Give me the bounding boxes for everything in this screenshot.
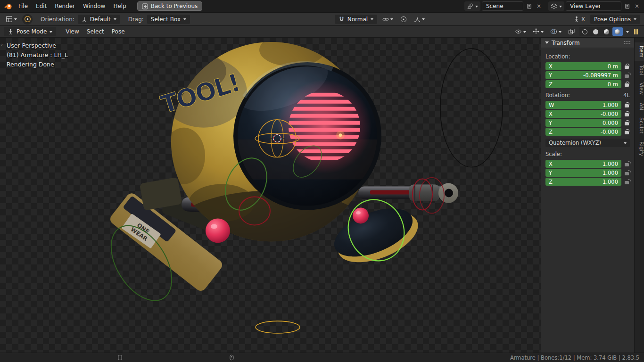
menu-window[interactable]: Window (79, 2, 109, 10)
shading-wireframe-button[interactable] (580, 27, 590, 36)
axis-value: -0.000 (601, 129, 618, 135)
rotation-y-field[interactable]: Y 0.000 (545, 119, 621, 127)
remove-view-layer-button[interactable]: × (633, 1, 641, 11)
solid-sphere-icon (593, 29, 598, 34)
scale-z-field[interactable]: Z 1.000 (545, 178, 621, 186)
scale-y-field[interactable]: Y 1.000 (545, 169, 621, 177)
wireframe-sphere-icon (582, 29, 587, 34)
pose-mirror-toggle[interactable]: X (571, 15, 587, 24)
tab-view[interactable]: View (635, 79, 644, 98)
link-icon (382, 16, 389, 23)
location-z-field[interactable]: Z 0 m (545, 80, 621, 88)
lock-closed-icon (625, 104, 629, 107)
lock-closed-icon (625, 66, 629, 69)
drag-select[interactable]: Select Box (147, 15, 190, 24)
menu-help[interactable]: Help (109, 2, 130, 10)
proportional-circle-icon (400, 16, 407, 23)
orientation-select[interactable]: Default (78, 15, 120, 24)
axis-value: 0.000 (603, 120, 618, 126)
lock-location-x[interactable] (624, 64, 630, 69)
snap-select[interactable]: Normal (335, 15, 377, 24)
3d-viewport[interactable]: ONE WEAR (0, 38, 644, 353)
region-expand-arrow[interactable]: › (1, 42, 3, 47)
proportional-falloff-select[interactable] (412, 15, 427, 24)
browse-view-layer-button[interactable] (548, 1, 564, 11)
xray-toggle[interactable] (566, 27, 577, 36)
lock-scale-y[interactable] (624, 171, 630, 175)
xray-icon (568, 28, 575, 35)
drag-value: Select Box (151, 16, 181, 23)
material-sphere-icon (604, 29, 609, 34)
rotation-w-row: W 1.000 (545, 101, 630, 109)
editor-type-select[interactable] (4, 15, 19, 24)
lock-location-y[interactable] (624, 73, 630, 78)
unlink-scene-button[interactable]: × (535, 1, 543, 11)
rotation-z-field[interactable]: Z -0.000 (545, 128, 621, 136)
location-x-field[interactable]: X 0 m (545, 62, 621, 70)
menu-view[interactable]: View (62, 27, 83, 36)
gizmos-select[interactable] (531, 27, 545, 36)
mirror-x-label: X (581, 16, 585, 23)
snap-target-select[interactable] (380, 15, 395, 24)
lock-scale-z[interactable] (624, 180, 630, 184)
new-view-layer-button[interactable] (623, 1, 631, 11)
lock-open-icon (625, 74, 629, 78)
mode-select[interactable]: Pose Mode (4, 27, 56, 36)
menu-file[interactable]: File (15, 2, 32, 10)
menu-pose[interactable]: Pose (108, 27, 129, 36)
sidebar-tab-strip: Item Tool View AN Sculpt Rigify (634, 38, 644, 353)
back-to-previous-button[interactable]: Back to Previous (137, 1, 203, 11)
tab-item[interactable]: Item (635, 42, 644, 61)
bone-ellipse-large[interactable] (440, 49, 503, 167)
viewport-info-text: User Perspective (81) Armature : LH_L Re… (7, 41, 68, 69)
new-scene-button[interactable] (525, 1, 533, 11)
shading-solid-button[interactable] (591, 27, 601, 36)
transform-panel-header[interactable]: Transform (541, 38, 634, 48)
panel-grip-icon[interactable] (623, 41, 630, 45)
lock-rotation-w[interactable] (624, 103, 630, 107)
browse-scene-button[interactable] (464, 1, 480, 11)
tab-tool[interactable]: Tool (635, 62, 644, 78)
rotation-w-field[interactable]: W 1.000 (545, 101, 621, 109)
back-arrow-icon (142, 3, 148, 9)
view-layer-name-field[interactable]: View Layer (566, 1, 621, 11)
axis-label: Z (549, 81, 553, 88)
tab-rigify[interactable]: Rigify (635, 138, 644, 159)
bone-root-circle (256, 321, 300, 333)
lock-scale-x[interactable] (624, 162, 630, 166)
active-tool-icon[interactable] (22, 14, 33, 25)
tab-an[interactable]: AN (635, 99, 644, 114)
lock-rotation-x[interactable] (624, 112, 630, 116)
menu-edit[interactable]: Edit (32, 2, 50, 10)
tab-sculpt[interactable]: Sculpt (635, 114, 644, 137)
location-z-row: Z 0 m (545, 80, 630, 88)
collapse-triangle-icon (545, 41, 549, 44)
blender-logo-icon[interactable] (3, 1, 13, 11)
pose-options-select[interactable]: Pose Options (590, 15, 640, 24)
scale-x-field[interactable]: X 1.000 (545, 160, 621, 168)
lock-closed-icon (625, 83, 629, 87)
lock-rotation-y[interactable] (624, 121, 630, 125)
menu-select[interactable]: Select (83, 27, 108, 36)
lock-location-z[interactable] (624, 82, 630, 87)
axis-label: X (549, 63, 553, 70)
location-y-field[interactable]: Y -0.089997 m (545, 71, 621, 79)
shading-rendered-button[interactable] (612, 27, 623, 36)
lock-closed-icon (625, 113, 629, 116)
rotation-x-field[interactable]: X -0.000 (545, 110, 621, 118)
shading-material-button[interactable] (602, 27, 612, 36)
rotation-mode-select[interactable]: Quaternion (WXYZ) (545, 139, 630, 147)
menu-render[interactable]: Render (51, 2, 79, 10)
scene-name-field[interactable]: Scene (482, 1, 523, 11)
proportional-editing-toggle[interactable] (398, 15, 409, 24)
lock-closed-icon (625, 131, 629, 134)
shading-popover-chevron[interactable] (626, 31, 629, 33)
scene-icon (467, 3, 473, 9)
pause-render-button[interactable] (632, 27, 641, 36)
overlays-select[interactable] (548, 27, 563, 36)
object-visibility-select[interactable] (513, 27, 528, 36)
chevron-down-icon (14, 18, 17, 20)
lock-rotation-z[interactable] (624, 130, 630, 134)
mouse-middle-icon (230, 354, 234, 361)
pause-icon (634, 29, 636, 34)
